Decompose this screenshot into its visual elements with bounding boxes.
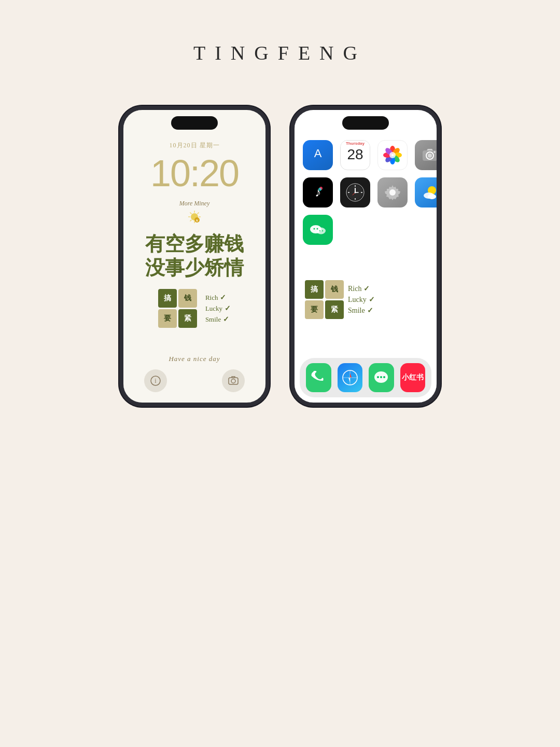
checklist-item-rich: Rich ✓ [205,293,231,302]
lock-icons-row: ¥ [187,210,202,224]
svg-point-50 [322,230,323,231]
home-checklist-label: Lucky [348,296,367,304]
svg-point-57 [377,376,379,378]
home-checklist-lucky: Lucky ✓ [348,295,375,304]
left-phone: 10月20日 星期一 10:20 More Miney [119,106,270,407]
safari-icon [342,369,358,386]
lock-checklist: Rich ✓ Lucky ✓ Smile ✓ [205,293,231,324]
svg-point-47 [314,228,315,230]
wechat-icon [309,220,327,239]
svg-text:A: A [314,147,322,160]
svg-point-24 [389,152,396,158]
home-tile-2: 要 [305,300,324,319]
lock-footer-text: Have a nice day [169,355,220,363]
lock-camera-icon[interactable] [222,369,245,392]
svg-text:¥: ¥ [196,218,198,223]
svg-point-59 [383,376,385,378]
right-phone: A Thursday 28 [290,106,441,407]
lock-main-text-line1: 有空多赚钱 没事少矫情 [145,232,244,280]
checklist-label: Lucky [205,305,222,313]
dock-messages[interactable] [369,363,394,392]
checkmark-lucky: ✓ [225,304,231,313]
lock-screen: 10月20日 星期一 10:20 More Miney [123,110,265,403]
app-calendar[interactable]: Thursday 28 [340,140,370,170]
svg-line-8 [190,220,192,222]
dock: 小红书 [300,358,431,397]
home-checklist-label: Rich [348,285,361,293]
dock-safari[interactable] [338,363,363,392]
home-checkmark-lucky: ✓ [369,295,375,304]
svg-point-41 [355,192,356,193]
calendar-day: 28 [347,147,363,163]
home-checklist-label: Smile [348,307,365,315]
home-checklist-smile: Smile ✓ [348,306,375,315]
app-weather[interactable] [415,177,441,208]
app-grid: A Thursday 28 [300,136,431,249]
app-clock[interactable] [340,177,370,208]
home-checklist: Rich ✓ Lucky ✓ Smile ✓ [348,284,375,315]
lock-date: 10月20日 星期一 [170,141,220,150]
checkmark-rich: ✓ [220,293,226,302]
tiktok-icon: ♪ [310,184,326,201]
messages-icon [373,369,389,386]
lock-more-money: More Miney [179,200,210,208]
checklist-item-lucky: Lucky ✓ [205,304,231,313]
dock-phone[interactable] [306,363,331,392]
dynamic-island-right [342,116,389,130]
settings-icon [384,184,401,201]
home-widget: 搞 钱 要 紧 Rich ✓ Lucky ✓ Smile [305,280,426,319]
lock-time: 10:20 [150,152,239,195]
svg-point-14 [231,379,235,383]
checklist-label: Rich [205,294,218,302]
svg-line-7 [198,213,199,214]
app-settings[interactable] [377,177,408,208]
svg-point-44 [428,194,436,199]
home-checklist-rich: Rich ✓ [348,284,375,293]
svg-text:i: i [155,377,157,384]
app-tiktok[interactable]: ♪ [303,177,333,208]
app-camera[interactable] [415,140,441,170]
side-button-right [440,162,441,190]
photos-icon [381,144,404,167]
phone-icon [311,370,326,385]
tile-2: 要 [158,309,177,328]
tile-0: 搞 [158,289,177,308]
svg-line-5 [190,213,192,214]
home-checkmark-smile: ✓ [367,306,373,315]
svg-point-48 [317,228,318,230]
home-checkmark-rich: ✓ [363,284,370,293]
svg-point-28 [434,151,436,153]
dynamic-island-left [171,116,218,130]
svg-point-27 [428,154,432,158]
checklist-item-smile: Smile ✓ [205,315,231,324]
appstore-icon: A [309,145,327,166]
phones-container: 10月20日 星期一 10:20 More Miney [119,106,441,407]
app-appstore[interactable]: A [303,140,333,170]
checklist-label: Smile [205,315,221,324]
lock-tiles-widget: 搞 钱 要 紧 Rich ✓ Lucky ✓ Smile [158,289,231,328]
svg-point-49 [319,230,320,231]
home-screen: A Thursday 28 [295,110,437,403]
app-photos[interactable] [377,140,408,170]
home-tile-0: 搞 [305,280,324,299]
svg-point-58 [380,376,382,378]
weather-icon [421,183,439,202]
brand-title: TINGFENG [193,42,367,64]
xiaohongshu-label: 小红书 [402,373,424,382]
lock-tiles-grid: 搞 钱 要 紧 [158,289,197,328]
clock-icon [345,183,365,202]
app-wechat[interactable] [303,215,333,245]
dock-xiaohongshu[interactable]: 小红书 [400,363,426,392]
svg-point-31 [318,188,321,191]
tile-3: 紧 [178,309,197,328]
sun-icon: ¥ [187,210,202,224]
checkmark-smile: ✓ [223,315,229,324]
tile-1: 钱 [178,289,197,308]
camera-icon [422,147,438,163]
home-tiles-grid: 搞 钱 要 紧 [305,280,344,319]
lock-bottom-icons: i [134,369,255,392]
side-button-left [269,162,270,190]
lock-info-icon[interactable]: i [144,369,167,392]
home-tile-3: 紧 [325,300,344,319]
home-tile-1: 钱 [325,280,344,299]
